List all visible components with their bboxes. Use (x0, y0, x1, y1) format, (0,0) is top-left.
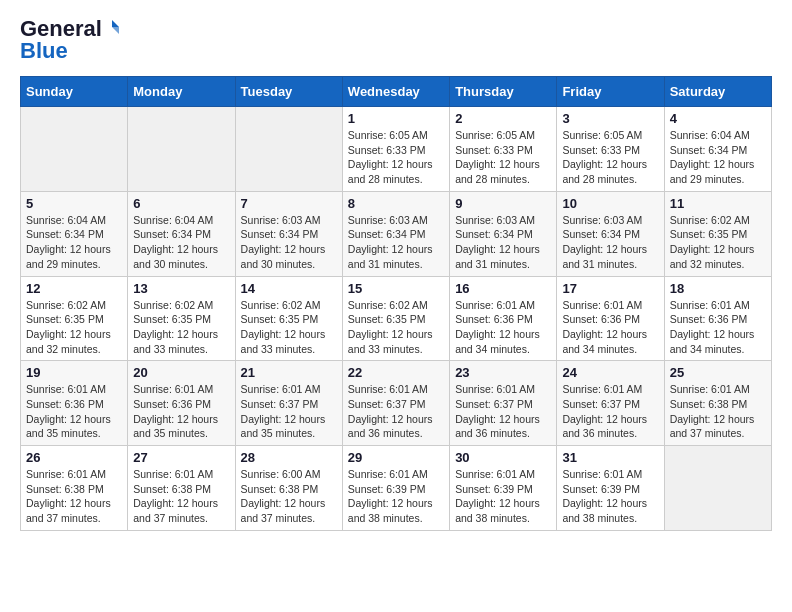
day-header-sunday: Sunday (21, 77, 128, 107)
day-header-tuesday: Tuesday (235, 77, 342, 107)
calendar-cell: 12Sunrise: 6:02 AMSunset: 6:35 PMDayligh… (21, 276, 128, 361)
day-number: 7 (241, 196, 337, 211)
day-number: 6 (133, 196, 229, 211)
day-info: Sunrise: 6:04 AMSunset: 6:34 PMDaylight:… (26, 213, 122, 272)
day-info: Sunrise: 6:03 AMSunset: 6:34 PMDaylight:… (241, 213, 337, 272)
calendar-cell: 4Sunrise: 6:04 AMSunset: 6:34 PMDaylight… (664, 107, 771, 192)
day-info: Sunrise: 6:02 AMSunset: 6:35 PMDaylight:… (133, 298, 229, 357)
calendar-cell: 31Sunrise: 6:01 AMSunset: 6:39 PMDayligh… (557, 446, 664, 531)
calendar-cell: 9Sunrise: 6:03 AMSunset: 6:34 PMDaylight… (450, 191, 557, 276)
logo-blue: Blue (20, 38, 68, 64)
calendar-cell: 16Sunrise: 6:01 AMSunset: 6:36 PMDayligh… (450, 276, 557, 361)
day-number: 16 (455, 281, 551, 296)
day-info: Sunrise: 6:01 AMSunset: 6:38 PMDaylight:… (670, 382, 766, 441)
day-info: Sunrise: 6:02 AMSunset: 6:35 PMDaylight:… (241, 298, 337, 357)
day-number: 26 (26, 450, 122, 465)
day-info: Sunrise: 6:04 AMSunset: 6:34 PMDaylight:… (133, 213, 229, 272)
calendar-cell: 6Sunrise: 6:04 AMSunset: 6:34 PMDaylight… (128, 191, 235, 276)
logo-icon (103, 18, 121, 36)
day-number: 17 (562, 281, 658, 296)
day-number: 15 (348, 281, 444, 296)
calendar-cell (664, 446, 771, 531)
day-info: Sunrise: 6:00 AMSunset: 6:38 PMDaylight:… (241, 467, 337, 526)
week-row-4: 19Sunrise: 6:01 AMSunset: 6:36 PMDayligh… (21, 361, 772, 446)
day-info: Sunrise: 6:02 AMSunset: 6:35 PMDaylight:… (26, 298, 122, 357)
calendar-cell: 14Sunrise: 6:02 AMSunset: 6:35 PMDayligh… (235, 276, 342, 361)
day-info: Sunrise: 6:03 AMSunset: 6:34 PMDaylight:… (348, 213, 444, 272)
day-number: 24 (562, 365, 658, 380)
calendar-cell: 10Sunrise: 6:03 AMSunset: 6:34 PMDayligh… (557, 191, 664, 276)
calendar-cell: 28Sunrise: 6:00 AMSunset: 6:38 PMDayligh… (235, 446, 342, 531)
calendar-table: SundayMondayTuesdayWednesdayThursdayFrid… (20, 76, 772, 531)
svg-marker-1 (112, 27, 119, 34)
logo: General Blue (20, 16, 121, 64)
day-info: Sunrise: 6:03 AMSunset: 6:34 PMDaylight:… (562, 213, 658, 272)
day-header-saturday: Saturday (664, 77, 771, 107)
week-row-5: 26Sunrise: 6:01 AMSunset: 6:38 PMDayligh… (21, 446, 772, 531)
week-row-3: 12Sunrise: 6:02 AMSunset: 6:35 PMDayligh… (21, 276, 772, 361)
day-number: 12 (26, 281, 122, 296)
day-info: Sunrise: 6:05 AMSunset: 6:33 PMDaylight:… (455, 128, 551, 187)
day-number: 30 (455, 450, 551, 465)
calendar-cell: 23Sunrise: 6:01 AMSunset: 6:37 PMDayligh… (450, 361, 557, 446)
day-info: Sunrise: 6:03 AMSunset: 6:34 PMDaylight:… (455, 213, 551, 272)
calendar-cell: 19Sunrise: 6:01 AMSunset: 6:36 PMDayligh… (21, 361, 128, 446)
calendar-cell: 2Sunrise: 6:05 AMSunset: 6:33 PMDaylight… (450, 107, 557, 192)
calendar-cell: 13Sunrise: 6:02 AMSunset: 6:35 PMDayligh… (128, 276, 235, 361)
day-info: Sunrise: 6:05 AMSunset: 6:33 PMDaylight:… (562, 128, 658, 187)
day-info: Sunrise: 6:01 AMSunset: 6:37 PMDaylight:… (562, 382, 658, 441)
calendar-cell: 15Sunrise: 6:02 AMSunset: 6:35 PMDayligh… (342, 276, 449, 361)
calendar-cell: 17Sunrise: 6:01 AMSunset: 6:36 PMDayligh… (557, 276, 664, 361)
calendar-cell: 18Sunrise: 6:01 AMSunset: 6:36 PMDayligh… (664, 276, 771, 361)
day-info: Sunrise: 6:05 AMSunset: 6:33 PMDaylight:… (348, 128, 444, 187)
day-info: Sunrise: 6:01 AMSunset: 6:37 PMDaylight:… (455, 382, 551, 441)
day-number: 11 (670, 196, 766, 211)
day-info: Sunrise: 6:01 AMSunset: 6:39 PMDaylight:… (455, 467, 551, 526)
calendar-cell: 5Sunrise: 6:04 AMSunset: 6:34 PMDaylight… (21, 191, 128, 276)
calendar-cell: 24Sunrise: 6:01 AMSunset: 6:37 PMDayligh… (557, 361, 664, 446)
day-number: 31 (562, 450, 658, 465)
day-number: 1 (348, 111, 444, 126)
calendar-cell (21, 107, 128, 192)
calendar-cell: 30Sunrise: 6:01 AMSunset: 6:39 PMDayligh… (450, 446, 557, 531)
day-number: 29 (348, 450, 444, 465)
day-info: Sunrise: 6:01 AMSunset: 6:39 PMDaylight:… (562, 467, 658, 526)
svg-marker-0 (112, 20, 119, 27)
week-row-1: 1Sunrise: 6:05 AMSunset: 6:33 PMDaylight… (21, 107, 772, 192)
day-info: Sunrise: 6:01 AMSunset: 6:38 PMDaylight:… (26, 467, 122, 526)
day-info: Sunrise: 6:01 AMSunset: 6:36 PMDaylight:… (562, 298, 658, 357)
calendar-cell (235, 107, 342, 192)
calendar-cell: 7Sunrise: 6:03 AMSunset: 6:34 PMDaylight… (235, 191, 342, 276)
day-header-wednesday: Wednesday (342, 77, 449, 107)
day-number: 14 (241, 281, 337, 296)
day-number: 10 (562, 196, 658, 211)
day-info: Sunrise: 6:02 AMSunset: 6:35 PMDaylight:… (670, 213, 766, 272)
day-number: 2 (455, 111, 551, 126)
day-number: 9 (455, 196, 551, 211)
day-number: 22 (348, 365, 444, 380)
day-header-friday: Friday (557, 77, 664, 107)
day-number: 23 (455, 365, 551, 380)
day-number: 28 (241, 450, 337, 465)
day-info: Sunrise: 6:01 AMSunset: 6:38 PMDaylight:… (133, 467, 229, 526)
calendar-cell: 11Sunrise: 6:02 AMSunset: 6:35 PMDayligh… (664, 191, 771, 276)
day-header-monday: Monday (128, 77, 235, 107)
calendar-cell: 21Sunrise: 6:01 AMSunset: 6:37 PMDayligh… (235, 361, 342, 446)
day-number: 27 (133, 450, 229, 465)
day-number: 5 (26, 196, 122, 211)
day-number: 19 (26, 365, 122, 380)
day-header-thursday: Thursday (450, 77, 557, 107)
day-info: Sunrise: 6:01 AMSunset: 6:36 PMDaylight:… (455, 298, 551, 357)
day-info: Sunrise: 6:01 AMSunset: 6:36 PMDaylight:… (133, 382, 229, 441)
day-number: 21 (241, 365, 337, 380)
calendar-cell: 3Sunrise: 6:05 AMSunset: 6:33 PMDaylight… (557, 107, 664, 192)
day-info: Sunrise: 6:01 AMSunset: 6:36 PMDaylight:… (26, 382, 122, 441)
calendar-cell: 20Sunrise: 6:01 AMSunset: 6:36 PMDayligh… (128, 361, 235, 446)
day-number: 3 (562, 111, 658, 126)
calendar-cell: 27Sunrise: 6:01 AMSunset: 6:38 PMDayligh… (128, 446, 235, 531)
day-info: Sunrise: 6:01 AMSunset: 6:36 PMDaylight:… (670, 298, 766, 357)
day-info: Sunrise: 6:02 AMSunset: 6:35 PMDaylight:… (348, 298, 444, 357)
day-number: 20 (133, 365, 229, 380)
header-row: SundayMondayTuesdayWednesdayThursdayFrid… (21, 77, 772, 107)
header: General Blue (20, 16, 772, 64)
